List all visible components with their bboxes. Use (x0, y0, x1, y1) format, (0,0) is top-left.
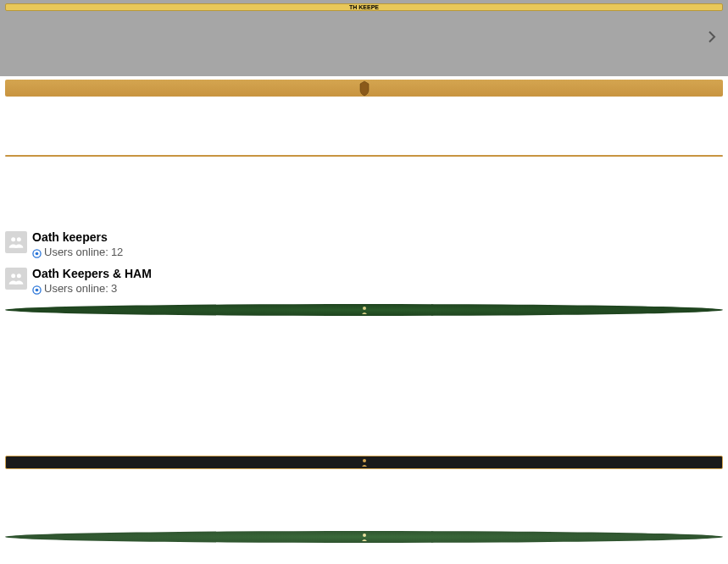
channel-info: Oath Keepers & HAM Users online: 3 (32, 266, 723, 295)
online-icon (32, 247, 42, 257)
channel-item[interactable]: Missouri Oath Keepers Users online: 5 (0, 76, 728, 152)
svg-point-14 (363, 307, 366, 310)
channel-item[interactable]: Oath Keepers SETX Users online: 1 (0, 452, 728, 528)
svg-point-6 (11, 237, 15, 241)
channel-avatar (5, 231, 27, 253)
channel-status: Users online: 12 (32, 246, 723, 258)
channel-name: Oath keepers (32, 229, 723, 245)
channel-name: Oath Keepers & HAM (32, 266, 723, 281)
chevron-right-icon (708, 30, 716, 46)
svg-point-10 (11, 274, 15, 278)
channel-info: Oath keepers Users online: 12 (32, 229, 723, 258)
svg-point-7 (17, 237, 21, 241)
channel-avatar (5, 304, 723, 316)
users-online-count: 12 (111, 246, 123, 258)
users-online-label: Users online: (44, 282, 108, 295)
svg-point-13 (36, 289, 39, 292)
channel-avatar (5, 531, 723, 543)
users-online-label: Users online: (44, 246, 108, 258)
users-online-count: 3 (111, 282, 117, 295)
channel-item[interactable]: NEOK SPOTTER NETWORK Users online: 1 (0, 152, 728, 228)
channel-item[interactable]: Oath keepers Users online: 12 (0, 228, 728, 264)
channel-avatar (5, 155, 723, 157)
svg-point-19 (363, 459, 366, 462)
channel-status: Users online: 3 (32, 282, 723, 295)
online-icon (32, 284, 42, 293)
channel-item[interactable]: Oath keepers Missouri Users online: 4 (0, 301, 728, 377)
channel-item[interactable]: Oath Keepers & HAM Users online: 3 (0, 264, 728, 301)
svg-point-11 (17, 274, 21, 278)
channel-item[interactable]: Oath keepers tenn Users online: 6 (0, 528, 728, 564)
channel-avatar (5, 456, 723, 469)
svg-point-9 (36, 252, 39, 256)
channel-item[interactable]: Oath Keepers SD Users online: 3 (0, 376, 728, 452)
channel-avatar: TH KEEPE (5, 3, 723, 11)
channel-avatar (5, 268, 27, 290)
channel-item[interactable]: TH KEEPEColorado Oath Keepers Users onli… (0, 0, 728, 76)
channel-list: TH KEEPEColorado Oath Keepers Users onli… (0, 0, 728, 564)
channel-avatar (5, 80, 723, 97)
svg-point-22 (363, 534, 366, 537)
